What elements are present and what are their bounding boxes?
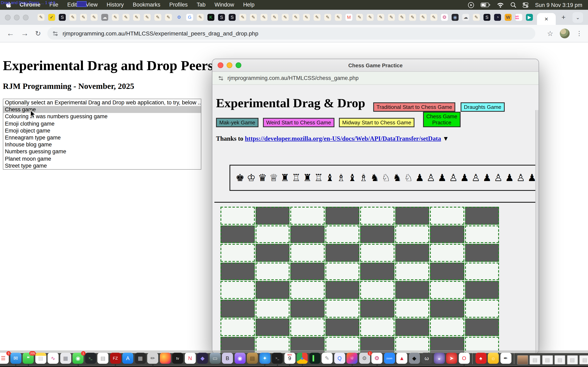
close-window-button[interactable] [5,15,11,20]
pinned-tab-rjm-pencil[interactable]: ✎ [112,14,119,21]
pinned-tab-camera-dark[interactable]: ◉ [452,14,458,21]
pinned-tab-rjm-pencil[interactable]: ✎ [69,14,76,21]
chess-piece[interactable]: ♝ [324,172,336,184]
pinned-tab-rjm-pencil[interactable]: ✎ [409,14,416,21]
reload-button[interactable]: ↻ [35,29,41,38]
pinned-tab-s-black[interactable]: S [218,14,225,21]
menu-item-history[interactable]: History [102,0,128,10]
dock-icon-apple-tv[interactable]: tv [172,353,183,364]
chess-piece[interactable]: ♛ [257,172,268,184]
dock-icon-minimized-photo[interactable] [517,355,528,365]
chess-piece[interactable]: ♟ [437,172,448,184]
dock-icon-minimized-window[interactable]: ▤ [542,355,553,365]
dock-icon-mail[interactable]: ✉ [10,353,21,364]
dock-icon-calculator[interactable]: ▦ [135,353,146,364]
board-square[interactable] [255,263,290,280]
control-center-icon[interactable] [523,2,528,8]
dock-icon-terminal-2[interactable]: >_ [272,353,283,364]
dock-icon-desktop-picture[interactable]: ▭ [209,353,221,364]
button-mak-yek-game[interactable]: Mak-yek Game [216,118,259,127]
chess-window-titlebar[interactable]: Chess Game Practice [212,59,539,72]
board-square[interactable] [221,281,255,299]
board-square[interactable] [221,263,255,280]
address-bar[interactable]: rjmprogramming.com.au/HTMLCSS/experiment… [48,27,536,40]
board-square[interactable] [430,318,464,336]
pinned-tab-rjm-pencil[interactable]: ✎ [303,14,310,21]
dock-icon-parallels[interactable]: ♠ [475,353,486,364]
board-square[interactable] [430,225,464,243]
button-traditional-start-to-chess-game[interactable]: Traditional Start to Chess Game [373,102,455,112]
dock-icon-prism-app[interactable]: ▲ [396,353,407,364]
dock-icon-pages-pen[interactable]: ✒ [500,353,511,364]
pinned-tab-rjm-pencil[interactable]: ✎ [335,14,342,21]
media-play-icon[interactable] [468,2,474,8]
menu-item-bookmarks[interactable]: Bookmarks [128,0,165,10]
board-square[interactable] [325,207,359,225]
pinned-tab-britbox[interactable]: brit box [515,14,522,21]
board-square[interactable] [325,225,359,243]
chess-piece[interactable]: ♜ [279,172,291,184]
pinned-tab-rjm-pencil[interactable]: ✎ [388,14,395,21]
list-option-header[interactable]: Optionally select an Experimental Drag a… [3,99,201,106]
url-text[interactable]: rjmprogramming.com.au/HTMLCSS/experiment… [63,30,259,37]
dock-icon-contacts[interactable]: ▤ [247,353,258,364]
pinned-tab-mastodon-grey[interactable]: ☁ [101,14,108,21]
board-square[interactable] [221,300,255,317]
pinned-tab-s-black[interactable]: S [484,14,490,21]
board-square[interactable] [465,263,499,280]
board-square[interactable] [290,300,324,317]
dock-icon-opera[interactable]: O [458,353,470,364]
board-square[interactable] [255,300,290,317]
dock-icon-gimp[interactable]: ✏ [147,353,158,364]
pinned-tab-palette-dots[interactable]: ❂ [441,14,448,21]
pinned-tab-rjm-pencil[interactable]: ✎ [377,14,384,21]
chess-piece[interactable]: ♝ [347,172,358,184]
pinned-tab-rjm-pencil[interactable]: ✎ [398,14,406,21]
board-square[interactable] [290,244,324,262]
chess-piece[interactable]: ♟ [504,172,515,184]
chess-piece[interactable]: ♙ [425,172,437,184]
board-square[interactable] [290,281,324,299]
board-square[interactable] [465,244,499,262]
chess-piece[interactable]: ♕ [268,172,279,184]
board-square[interactable] [221,207,255,225]
chess-piece[interactable]: ♜ [302,172,313,184]
dock-icon-minimized-window[interactable]: ▤ [567,355,578,365]
pinned-tab-rjm-pencil[interactable]: ✎ [197,14,204,21]
button-draughts-game[interactable]: Draughts Game [461,102,505,112]
pinned-tab-gear-blue[interactable]: ⚙ [176,14,182,21]
pinned-tab-rjm-pencil[interactable]: ✎ [367,14,374,21]
board-square[interactable] [465,300,499,317]
wifi-icon[interactable] [497,2,504,8]
chess-piece[interactable]: ♟ [459,172,470,184]
board-square[interactable] [360,281,394,299]
dock-icon-cat-app[interactable]: ◒ [434,353,445,364]
board-square[interactable] [255,207,290,225]
profile-avatar[interactable] [560,29,570,38]
chess-piece[interactable]: ♟ [481,172,493,184]
board-square[interactable] [465,318,499,336]
pinned-tab-rjm-pencil[interactable]: ✎ [91,14,98,21]
dock-icon-intellij[interactable]: IJ [346,353,357,364]
chess-piece[interactable]: ♗ [336,172,347,184]
dock-icon-obsidian[interactable]: ◆ [197,353,208,364]
board-square[interactable] [221,225,255,243]
dock-icon-seamonkey[interactable]: ➤ [446,353,457,364]
board-square[interactable] [360,244,394,262]
back-button[interactable]: ← [7,29,14,38]
chess-piece[interactable]: ♘ [403,172,414,184]
board-square[interactable] [255,225,290,243]
button-midway-start-to-chess-game[interactable]: Midway Start to Chess Game [339,118,415,127]
dock-icon-firefox[interactable] [160,353,171,364]
pinned-tab-mastodon-white[interactable]: ☁ [462,14,469,21]
board-square[interactable] [360,318,394,336]
board-square[interactable] [395,207,429,225]
bookmark-star-icon[interactable]: ☆ [547,29,553,38]
board-square[interactable] [430,263,464,280]
pinned-tab-rjm-pencil[interactable]: ✎ [430,14,437,21]
board-square[interactable] [290,263,324,280]
chess-url-text[interactable]: rjmprogramming.com.au/HTMLCSS/chess_game… [227,75,359,81]
pinned-tab-play-teal[interactable]: ▶ [526,14,533,21]
board-square[interactable] [255,318,290,336]
dock-icon-notes[interactable]: ▤ [35,353,46,364]
